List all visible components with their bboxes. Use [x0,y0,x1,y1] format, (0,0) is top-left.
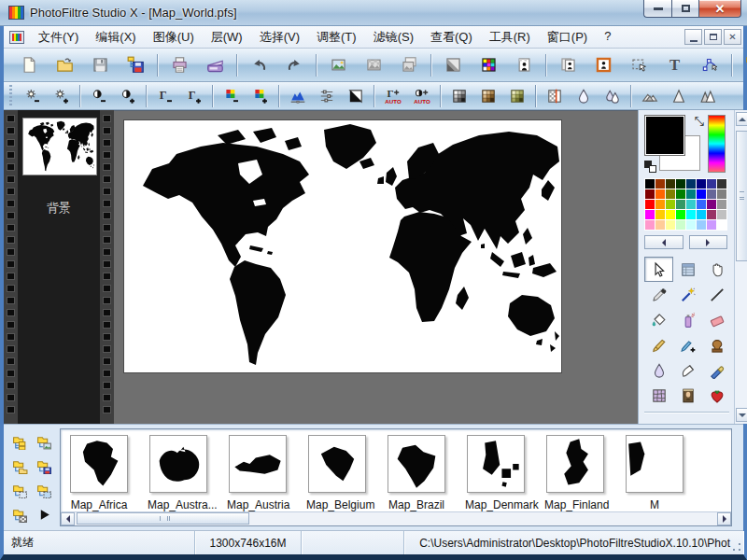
sharpen-triangle-button[interactable] [664,85,693,107]
palette-color-2-7[interactable] [717,200,726,209]
explorer-tree-button[interactable] [736,52,747,78]
exp-image-button[interactable] [34,430,54,454]
sharpen-more-button[interactable] [693,85,722,107]
canvas-size-button[interactable] [550,52,585,78]
palette-color-3-3[interactable] [676,210,685,219]
palette-color-3-7[interactable] [717,210,726,219]
foreground-color-swatch[interactable] [644,115,685,156]
palette-color-1-5[interactable] [697,189,706,199]
menu-item-edit[interactable]: 编辑(X) [87,26,144,49]
palette-color-1-7[interactable] [717,189,726,199]
redo-button[interactable] [276,52,312,78]
close-button[interactable]: ✕ [698,0,741,18]
palette-color-2-1[interactable] [655,200,665,209]
palette-color-3-6[interactable] [707,210,716,219]
selection-cursor-button[interactable] [621,52,656,78]
scrollbar-thumb[interactable] [77,512,249,525]
palette-color-1-6[interactable] [707,189,716,199]
layer-thumbnail-background[interactable] [22,118,97,175]
thumbnail-map-partial[interactable]: M [624,435,685,511]
hand-tool-button[interactable] [702,257,731,282]
print-button[interactable] [162,52,197,78]
palette-color-2-6[interactable] [707,200,716,209]
document-icon[interactable] [9,31,24,44]
palette-color-4-7[interactable] [717,220,726,230]
layers-manager-button[interactable] [673,257,702,282]
default-colors-icon[interactable] [644,161,656,173]
maximize-button[interactable] [671,0,698,18]
auto-gamma-button[interactable]: ΓAUTO [378,85,407,107]
menu-item-layer[interactable]: 层(W) [203,26,251,49]
palette-color-2-3[interactable] [676,200,685,209]
exp-open-button[interactable] [9,455,30,478]
grayscale-blocks-button[interactable] [444,85,473,107]
palette-color-1-3[interactable] [676,189,685,199]
levels-button[interactable] [312,85,341,107]
palette-color-1-4[interactable] [686,189,696,199]
swap-colors-icon[interactable]: ⤡ [695,115,704,127]
palette-color-0-2[interactable] [666,179,675,189]
resize-grip[interactable] [732,542,741,552]
scroll-down-button[interactable] [736,408,747,422]
text-tool-button[interactable]: T [656,52,692,78]
image-photo-button[interactable] [320,52,356,78]
menu-item-selection[interactable]: 选择(V) [251,26,308,49]
pipette-button[interactable] [644,282,673,307]
palette-color-4-0[interactable] [645,220,655,230]
palette-prev-button[interactable] [644,235,684,249]
palette-color-0-3[interactable] [676,179,685,189]
palette-color-2-4[interactable] [686,200,696,209]
exp-selection-button[interactable] [34,479,54,502]
thumbnail-map-austria[interactable]: Map_Austria [227,435,289,511]
rainbow-color-strip[interactable] [708,115,726,173]
blur-drop-button[interactable] [569,85,598,107]
menu-item-filter[interactable]: 滤镜(S) [365,26,422,49]
open-folder-button[interactable] [47,52,82,78]
auto-contrast-button[interactable]: AUTO [407,85,436,107]
palette-color-0-7[interactable] [717,179,726,189]
scroll-left-button[interactable] [61,512,75,525]
clone-stamp-button[interactable] [702,332,731,357]
brightness-plus-button[interactable] [47,85,76,107]
scan-button[interactable] [197,52,233,78]
scroll-up-button[interactable] [736,112,747,126]
arrow-tool-button[interactable] [644,257,673,282]
palette-color-0-1[interactable] [655,179,665,189]
contrast-plus-button[interactable] [113,85,142,107]
exp-mask-button[interactable] [9,503,30,526]
exp-tree-button[interactable] [9,430,30,454]
menu-item-file[interactable]: 文件(Y) [30,26,87,49]
palette-color-0-5[interactable] [697,179,706,189]
saturation-plus-button[interactable] [246,85,275,107]
menu-item-tools[interactable]: 工具(R) [481,26,539,49]
palette-color-2-2[interactable] [666,200,675,209]
blur-tool-button[interactable] [644,357,673,383]
palette-color-3-2[interactable] [666,210,675,219]
line-tool-button[interactable] [702,282,731,307]
magic-wand-button[interactable] [673,282,702,307]
panel-scrollbar[interactable] [734,110,747,424]
histogram-button[interactable] [283,85,312,107]
thumbnail-map-australia[interactable]: Map_Austra... [148,435,209,511]
halftone-filter-button[interactable] [540,85,569,107]
eraser-tool-button[interactable] [702,307,731,332]
exp-save-button[interactable] [34,455,54,478]
palette-next-button[interactable] [689,235,728,249]
sepia-blocks-button[interactable] [473,85,502,107]
color-palette-button[interactable] [471,52,506,78]
undo-button[interactable] [241,52,276,78]
thumbnail-map-africa[interactable]: Map_Africa [68,435,130,511]
palette-color-0-4[interactable] [686,179,696,189]
advanced-brush-button[interactable] [673,332,702,357]
brightness-minus-button[interactable] [18,85,47,107]
palette-color-1-0[interactable] [645,189,655,199]
menu-item-view[interactable]: 查看(Q) [422,26,481,49]
palette-color-4-4[interactable] [686,220,696,230]
minimize-button[interactable] [643,0,671,18]
palette-color-1-2[interactable] [666,189,675,199]
negative-button[interactable] [341,85,370,107]
palette-color-3-0[interactable] [645,210,655,219]
brush-tool-button[interactable] [644,332,673,357]
image-transparent-button[interactable] [356,52,391,78]
save-as-floppy-button[interactable] [118,52,153,78]
